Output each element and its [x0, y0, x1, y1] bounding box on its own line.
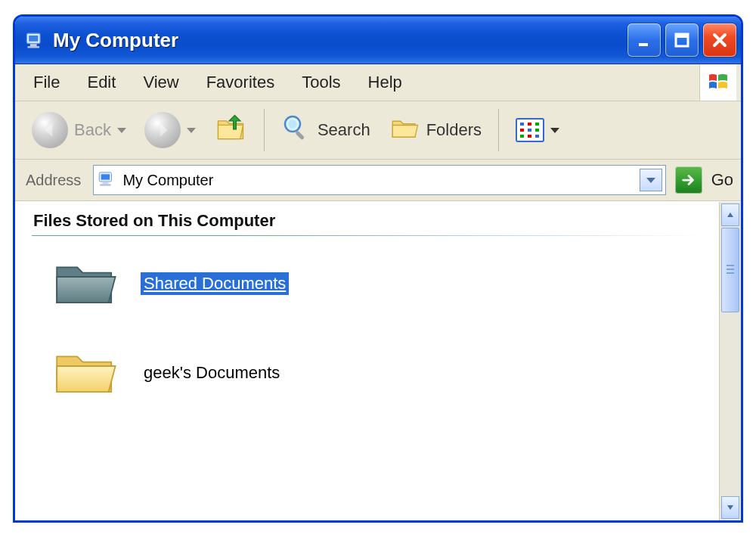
folder-item-user-documents[interactable]: geek's Documents — [51, 345, 702, 401]
svg-rect-6 — [676, 34, 688, 38]
menu-edit[interactable]: Edit — [73, 70, 129, 95]
search-label: Search — [318, 120, 370, 140]
address-input[interactable]: My Computer — [93, 165, 665, 195]
svg-rect-4 — [639, 43, 648, 46]
minimize-button[interactable] — [627, 23, 661, 57]
svg-rect-9 — [295, 130, 305, 140]
svg-rect-3 — [27, 46, 39, 48]
explorer-window: My Computer File Edit View Favorites Too… — [14, 15, 742, 522]
folder-up-icon — [214, 111, 247, 149]
views-button[interactable] — [510, 109, 565, 151]
folder-dark-icon — [51, 256, 119, 312]
maximize-button[interactable] — [665, 23, 699, 57]
folders-button[interactable]: Folders — [383, 109, 488, 151]
toolbar: Back — [15, 101, 741, 160]
menu-help[interactable]: Help — [355, 70, 416, 95]
menu-tools[interactable]: Tools — [288, 70, 354, 95]
address-value: My Computer — [122, 172, 633, 189]
svg-rect-13 — [100, 184, 111, 185]
back-dropdown-icon — [117, 128, 126, 133]
address-dropdown-button[interactable] — [640, 169, 662, 191]
scroll-up-button[interactable] — [721, 203, 739, 226]
address-icon — [97, 169, 116, 192]
up-button[interactable] — [208, 109, 253, 151]
menu-favorites[interactable]: Favorites — [193, 70, 288, 95]
folder-icon — [51, 345, 119, 401]
go-button[interactable] — [675, 166, 702, 194]
my-computer-icon — [24, 29, 45, 51]
scroll-thumb[interactable] — [721, 228, 739, 312]
back-button[interactable]: Back — [26, 109, 132, 151]
svg-rect-12 — [103, 182, 109, 183]
folder-item-label: Shared Documents — [141, 272, 289, 295]
folders-label: Folders — [426, 120, 482, 140]
svg-rect-11 — [101, 174, 110, 179]
back-arrow-icon — [32, 112, 68, 148]
search-icon — [281, 113, 311, 147]
section-divider — [32, 235, 702, 236]
window-title: My Computer — [53, 29, 178, 52]
svg-rect-2 — [30, 44, 37, 46]
toolbar-separator-2 — [498, 109, 499, 151]
section-header: Files Stored on This Computer — [32, 205, 702, 235]
address-label: Address — [23, 172, 84, 189]
folder-view[interactable]: Files Stored on This Computer — [15, 202, 719, 520]
forward-arrow-icon — [144, 112, 181, 148]
address-bar: Address My Computer Go — [15, 160, 741, 201]
svg-rect-1 — [29, 36, 38, 42]
go-label: Go — [711, 170, 733, 190]
folder-item-shared-documents[interactable]: Shared Documents — [51, 256, 702, 312]
folder-item-label: geek's Documents — [141, 362, 283, 384]
views-icon — [516, 118, 544, 142]
close-button[interactable] — [703, 23, 736, 57]
vertical-scrollbar[interactable] — [719, 202, 741, 520]
toolbar-separator — [264, 109, 265, 151]
title-bar[interactable]: My Computer — [15, 17, 741, 64]
forward-button[interactable] — [138, 109, 202, 151]
back-label: Back — [74, 120, 111, 140]
folders-icon — [389, 112, 420, 148]
views-dropdown-icon — [550, 128, 559, 133]
content-area: Files Stored on This Computer — [15, 201, 741, 520]
forward-dropdown-icon — [187, 128, 196, 133]
search-button[interactable]: Search — [275, 109, 376, 151]
menu-view[interactable]: View — [129, 70, 192, 95]
menu-bar: File Edit View Favorites Tools Help — [15, 64, 741, 101]
scroll-down-button[interactable] — [721, 496, 739, 519]
scroll-track[interactable] — [721, 228, 739, 495]
windows-flag-icon — [699, 64, 736, 101]
menu-file[interactable]: File — [20, 70, 73, 95]
svg-point-8 — [288, 120, 297, 129]
